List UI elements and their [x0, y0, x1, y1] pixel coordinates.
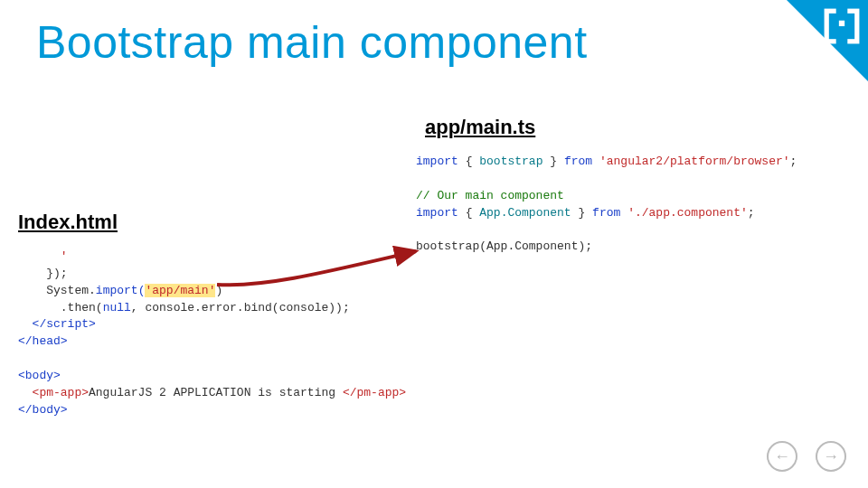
prev-slide-button[interactable]: ← [767, 441, 797, 472]
brand-corner [787, 0, 868, 81]
svg-rect-3 [839, 21, 844, 26]
next-slide-button[interactable]: → [816, 441, 846, 472]
label-app-main-ts: app/main.ts [425, 116, 535, 139]
code-block-index-html: ' }); System.import('app/main') .then(nu… [18, 249, 406, 418]
arrow-left-icon: ← [774, 447, 790, 466]
nav-controls: ← → [767, 441, 846, 472]
slide-title: Bootstrap main component [36, 16, 588, 69]
svg-rect-1 [836, 7, 848, 17]
label-index-html: Index.html [18, 211, 118, 234]
code-block-main-ts: import { bootstrap } from 'angular2/plat… [416, 154, 797, 256]
svg-rect-2 [836, 36, 848, 46]
arrow-right-icon: → [823, 447, 839, 466]
brand-logo-icon [823, 7, 861, 45]
